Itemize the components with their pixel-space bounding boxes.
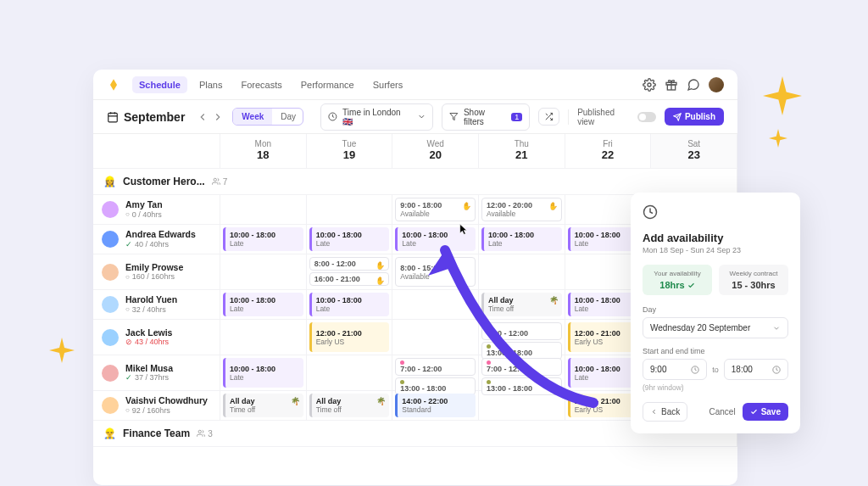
to-label: to [712, 366, 719, 374]
gift-icon[interactable] [665, 78, 678, 92]
svg-point-15 [198, 430, 201, 433]
shuffle-icon [544, 112, 554, 121]
check-icon [750, 408, 758, 416]
person-row[interactable]: Vaishvi Chowdhury○ 92 / 160hrs [93, 391, 220, 421]
schedule-cell[interactable]: 10:00 - 18:00Late [220, 290, 307, 320]
publish-button[interactable]: Publish [665, 108, 724, 126]
schedule-cell[interactable]: 7:00 - 12:0013:00 - 18:00 [479, 320, 565, 355]
people-icon [212, 177, 220, 186]
published-toggle[interactable]: Published view [577, 108, 656, 126]
nav-tab-schedule[interactable]: Schedule [132, 76, 187, 93]
schedule-cell[interactable]: 7:00 - 12:0013:00 - 18:00 [479, 355, 565, 391]
start-time-input[interactable]: 9:00 [643, 359, 707, 380]
day-header: Wed20 [392, 134, 479, 169]
logo-icon [107, 78, 120, 92]
day-header: Mon18 [220, 134, 307, 169]
schedule-cell[interactable] [392, 320, 479, 355]
end-time-input[interactable]: 18:00 [724, 359, 788, 380]
schedule-cell[interactable]: 12:00 - 21:00Early US [307, 320, 393, 355]
schedule-cell[interactable]: All dayTime off🌴 [220, 391, 307, 421]
schedule-cell[interactable]: All dayTime off🌴 [479, 290, 565, 320]
send-icon [673, 113, 682, 121]
month-picker[interactable]: September [107, 110, 185, 124]
day-header: Thu21 [479, 134, 565, 169]
clock-icon [691, 366, 699, 374]
settings-icon[interactable] [643, 78, 656, 92]
svg-rect-3 [108, 113, 118, 122]
schedule-cell[interactable] [392, 290, 479, 320]
schedule-cell[interactable] [220, 320, 307, 355]
schedule-cell[interactable]: 12:00 - 20:00Available✋ [479, 195, 565, 225]
nav-tab-performance[interactable]: Performance [294, 76, 361, 93]
nav-tab-forecasts[interactable]: Forecasts [234, 76, 288, 93]
stat-your-availability: Your availability 18hrs [643, 265, 712, 295]
person-row[interactable]: Amy Tan○ 0 / 40hrs [93, 195, 220, 225]
chat-icon[interactable] [687, 78, 700, 92]
day-header: Sat23 [651, 134, 737, 169]
clock-icon [643, 204, 658, 220]
next-week-button[interactable] [212, 111, 224, 123]
schedule-cell[interactable]: 10:00 - 18:00Late [220, 225, 307, 254]
schedule-cell[interactable]: 10:00 - 18:00Late [479, 225, 565, 254]
schedule-cell[interactable]: 10:00 - 18:00Late [392, 225, 479, 254]
day-header: Fri22 [565, 134, 652, 169]
group-name: Customer Hero... [123, 176, 205, 187]
toolbar: September Week Day Time in London 🇬🇧 Sho… [93, 100, 737, 134]
svg-line-11 [546, 114, 548, 115]
person-row[interactable]: Andrea Edwards✓ 40 / 40hrs [93, 225, 220, 254]
nav-tab-plans[interactable]: Plans [192, 76, 230, 93]
back-button[interactable]: Back [643, 402, 687, 422]
schedule-cell[interactable]: 9:00 - 18:00Available✋ [392, 195, 479, 225]
schedule-cell[interactable]: 10:00 - 18:00Late [307, 225, 393, 254]
duration-hint: (9hr window) [643, 383, 788, 392]
availability-card: Add availability Mon 18 Sep - Sun 24 Sep… [631, 193, 800, 433]
schedule-cell[interactable]: 8:00 - 12:00✋16:00 - 21:00✋ [307, 254, 393, 290]
group-emoji: 👷‍♀️ [103, 176, 116, 187]
cancel-button[interactable]: Cancel [709, 407, 736, 416]
schedule-cell[interactable] [220, 195, 307, 225]
toggle-switch [637, 112, 656, 122]
check-icon [687, 282, 695, 289]
time-label: Start and end time [643, 347, 788, 355]
schedule-cell[interactable] [220, 254, 307, 290]
schedule-cell[interactable]: 8:00 - 15:00Available [392, 254, 479, 290]
person-row[interactable]: Harold Yuen○ 32 / 40hrs [93, 290, 220, 320]
shuffle-button[interactable] [538, 108, 559, 126]
nav-tab-surfers[interactable]: Surfers [366, 76, 409, 93]
schedule-cell[interactable]: 10:00 - 18:00Late [220, 355, 307, 391]
schedule-cell[interactable]: All dayTime off🌴 [307, 391, 393, 421]
filter-icon [449, 112, 459, 121]
stat-weekly-contract: Weekly contract 15 - 30hrs [719, 265, 788, 295]
filter-count-badge: 1 [511, 113, 522, 121]
clock-icon [772, 366, 781, 374]
sparkle-icon [769, 129, 787, 151]
save-button[interactable]: Save [743, 403, 788, 421]
chevron-down-icon [417, 112, 426, 121]
person-row[interactable]: Jack Lewis⊘ 43 / 40hrs [93, 320, 220, 355]
schedule-cell[interactable] [307, 355, 393, 391]
person-row[interactable]: Mikel Musa✓ 37 / 37hrs [93, 355, 220, 391]
view-toggle: Week Day [232, 108, 303, 126]
prev-week-button[interactable] [197, 111, 209, 123]
schedule-cell[interactable] [479, 254, 565, 290]
user-avatar[interactable] [709, 77, 724, 92]
group-row-customer-heroes[interactable]: 👷‍♀️ Customer Hero... 7 [93, 169, 737, 195]
schedule-cell[interactable] [307, 195, 393, 225]
month-label: September [124, 110, 185, 124]
view-day[interactable]: Day [272, 109, 303, 125]
schedule-cell[interactable]: 10:00 - 18:00Late [307, 290, 393, 320]
person-row[interactable]: Emily Prowse○ 160 / 160hrs [93, 254, 220, 290]
calendar-icon [107, 111, 119, 123]
schedule-cell[interactable]: 7:00 - 12:0013:00 - 18:00 [392, 355, 479, 391]
chevron-left-icon [650, 408, 658, 416]
schedule-cell[interactable]: 14:00 - 22:00Standard [392, 391, 479, 421]
day-select[interactable]: Wednesday 20 September [643, 317, 788, 338]
svg-point-0 [648, 83, 651, 87]
view-week[interactable]: Week [233, 109, 272, 125]
filters-button[interactable]: Show filters 1 [442, 103, 530, 131]
sparkle-icon [49, 338, 75, 366]
schedule-cell[interactable] [479, 391, 565, 421]
day-header: Tue19 [307, 134, 393, 169]
clock-icon [328, 112, 337, 121]
timezone-select[interactable]: Time in London 🇬🇧 [320, 103, 433, 131]
